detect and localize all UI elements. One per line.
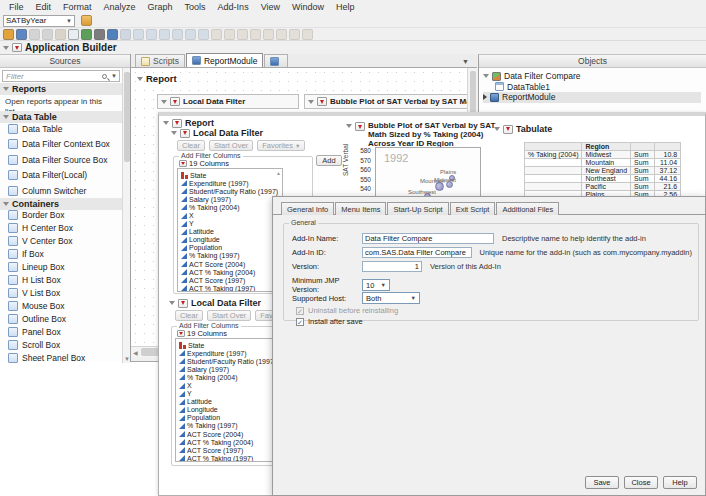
tab-box-tool-icon[interactable] <box>276 29 287 40</box>
menu-item[interactable]: View <box>255 1 286 13</box>
local-data-filter-outline[interactable]: Local Data Filter <box>171 128 263 138</box>
filter-column-item[interactable]: Latitude <box>176 398 280 406</box>
fit-y-by-x-icon[interactable] <box>146 29 157 40</box>
design-outline-bubble-plot[interactable]: Bubble Plot of SAT Verbal by SAT Math Si… <box>304 94 476 109</box>
filter-column-item[interactable]: % Taking (1997) <box>176 422 280 430</box>
new-data-table-icon[interactable] <box>81 29 92 40</box>
filter-column-item[interactable]: ACT % Taking (2004) <box>178 268 282 276</box>
filter-column-item[interactable]: ACT Score (1997) <box>176 446 280 454</box>
filter-column-item[interactable]: Student/Faculty Ratio (1997) <box>178 187 282 195</box>
filter-column-item[interactable]: Expenditure (1997) <box>178 179 282 187</box>
filter-column-item[interactable]: X <box>178 211 282 219</box>
layout-icon[interactable] <box>120 29 131 40</box>
menu-item[interactable]: Add-Ins <box>212 1 255 13</box>
dialog-button[interactable]: Save <box>585 476 619 489</box>
disclosure-icon[interactable] <box>3 46 9 50</box>
menu-item[interactable]: Tools <box>179 1 212 13</box>
source-item[interactable]: Data Filter(Local) <box>8 168 110 184</box>
filter-column-item[interactable]: ACT % Taking (1997) <box>178 284 282 292</box>
expanded-icon[interactable] <box>483 74 489 78</box>
text-box-tool-icon[interactable] <box>289 29 300 40</box>
source-item[interactable]: Sheet Panel Box <box>8 351 85 364</box>
field-input[interactable] <box>362 261 422 272</box>
columns-outline-2[interactable]: 19 Columns <box>177 329 227 338</box>
filter-column-item[interactable]: Salary (1997) <box>178 195 282 203</box>
collapsed-icon[interactable] <box>483 94 487 100</box>
source-item[interactable]: If Box <box>8 247 85 260</box>
start-over-button[interactable]: Start Over <box>209 140 253 151</box>
filter-column-item[interactable]: Longitude <box>176 406 280 414</box>
lineup-box-tool-icon[interactable] <box>250 29 261 40</box>
red-triangle-menu-icon[interactable] <box>172 119 182 128</box>
red-triangle-menu-icon[interactable] <box>179 160 187 167</box>
dialog-tab[interactable]: Exit Script <box>450 202 496 215</box>
clear-button[interactable]: Clear <box>177 140 205 151</box>
copy-icon[interactable] <box>42 29 53 40</box>
bubble-plot-outline[interactable]: Bubble Plot of SAT Verbal by SAT Math Si… <box>346 121 498 149</box>
filter-column-item[interactable]: Y <box>178 220 282 228</box>
source-item[interactable]: Lineup Box <box>8 260 85 273</box>
filter-column-item[interactable]: ACT Score (2004) <box>178 260 282 268</box>
filter-column-item[interactable]: Longitude <box>178 236 282 244</box>
filter-column-item[interactable]: ACT % Taking (1997) <box>176 454 280 462</box>
red-triangle-menu-icon[interactable] <box>170 97 180 106</box>
tabulate-row[interactable]: New England Sum 37.12 <box>525 167 681 175</box>
filter-column-item[interactable]: X <box>176 381 280 389</box>
tabulate-row[interactable]: % Taking (2004) Midwest Sum 10.8 <box>525 151 681 159</box>
filter-column-item[interactable]: Population <box>178 244 282 252</box>
source-item[interactable]: H Center Box <box>8 221 85 234</box>
local-data-filter-outline-2[interactable]: Local Data Filter <box>169 298 261 308</box>
filter-column-item[interactable]: Student/Faculty Ratio (1997) <box>176 357 280 365</box>
dialog-button[interactable]: Help <box>663 476 697 489</box>
start-over-button[interactable]: Start Over <box>207 310 251 321</box>
source-item[interactable]: H List Box <box>8 273 85 286</box>
supported-host-dropdown[interactable]: Both ▼ <box>362 292 420 304</box>
save-icon[interactable] <box>16 29 27 40</box>
scroll-left-icon[interactable]: ◀ <box>133 349 138 356</box>
favorites-button[interactable]: Favorites▼ <box>257 140 305 151</box>
module-tab[interactable] <box>264 54 288 67</box>
filter-column-item[interactable]: Population <box>176 414 280 422</box>
cut-icon[interactable] <box>29 29 40 40</box>
source-item[interactable]: Data Filter Source Box <box>8 152 110 168</box>
dialog-tab[interactable]: Menu Items <box>335 202 386 215</box>
sources-filter-input[interactable]: Filter ▼ <box>2 70 120 82</box>
dialog-tab[interactable]: General Info <box>281 202 334 215</box>
script-combo[interactable]: SATByYear ▼ <box>3 15 75 27</box>
red-triangle-menu-icon[interactable] <box>317 97 327 106</box>
graph-builder-icon[interactable] <box>185 29 196 40</box>
journal-icon[interactable] <box>68 29 79 40</box>
filter-column-item[interactable]: Salary (1997) <box>176 365 280 373</box>
source-item[interactable]: V Center Box <box>8 234 85 247</box>
filter-options-icon[interactable]: ▼ <box>111 73 119 79</box>
red-triangle-menu-icon[interactable] <box>180 129 190 138</box>
dialog-tab[interactable]: Additional Files <box>496 202 559 215</box>
section-reports[interactable]: Reports <box>0 83 122 95</box>
install-checkbox[interactable]: ✓ <box>296 318 304 326</box>
chart-icon[interactable] <box>198 29 209 40</box>
report-outline[interactable]: Report <box>163 118 214 128</box>
menu-item[interactable]: Graph <box>142 1 179 13</box>
new-window-icon[interactable] <box>107 29 118 40</box>
field-input[interactable] <box>362 233 494 244</box>
filter-column-item[interactable]: ACT Score (2004) <box>176 430 280 438</box>
source-item[interactable]: Outline Box <box>8 312 85 325</box>
menu-item[interactable]: Analyze <box>98 1 142 13</box>
filter-column-item[interactable]: Expenditure (1997) <box>176 349 280 357</box>
red-triangle-menu-icon[interactable] <box>177 330 185 337</box>
fit-model-icon[interactable] <box>172 29 183 40</box>
source-item[interactable]: Column Switcher <box>8 183 110 199</box>
min-jmp-version-dropdown[interactable]: 10 ▼ <box>362 279 390 291</box>
run-script-icon[interactable] <box>81 15 92 26</box>
source-item[interactable]: Border Box <box>8 208 85 221</box>
red-triangle-menu-icon[interactable] <box>12 43 22 52</box>
filter-column-item[interactable]: % Taking (2004) <box>178 203 282 211</box>
filter-column-item[interactable]: % Taking (1997) <box>178 252 282 260</box>
open-icon[interactable] <box>3 29 14 40</box>
tabulate-row[interactable]: Northeast Sum 44.16 <box>525 175 681 183</box>
tree-item-datatable1[interactable]: DataTable1 <box>483 82 701 93</box>
red-triangle-menu-icon[interactable] <box>355 122 365 131</box>
red-triangle-menu-icon[interactable] <box>178 299 188 308</box>
tree-item-data-filter-compare[interactable]: Data Filter Compare <box>483 71 701 82</box>
canvas-report-outline[interactable]: Report <box>137 73 177 84</box>
